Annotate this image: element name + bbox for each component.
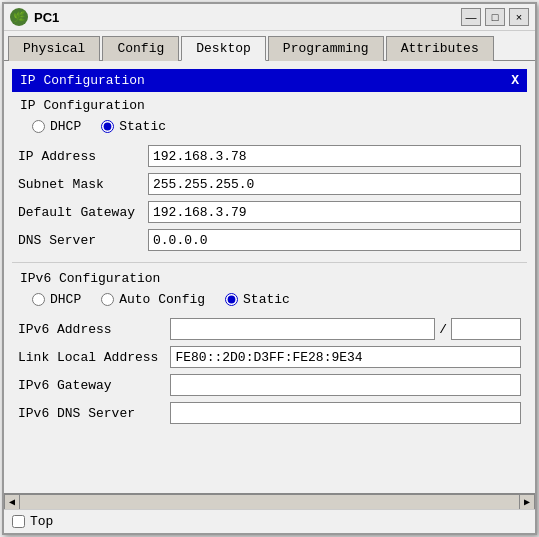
table-row: IPv6 DNS Server [12,399,527,427]
table-row: IP Address [12,142,527,170]
ipv6-dhcp-label: DHCP [50,292,81,307]
table-row: IPv6 Address / [12,315,527,343]
dhcp-label: DHCP [50,119,81,134]
app-icon: 🌿 [10,8,28,26]
ipv6-static-radio[interactable] [225,293,238,306]
ipv6-address-row: / [170,318,521,340]
ipv6-config-sub-label: IPv6 Configuration [20,271,527,286]
ipv6-auto-radio[interactable] [101,293,114,306]
bottom-bar: Top [4,509,535,533]
tab-desktop[interactable]: Desktop [181,36,266,61]
table-row: Subnet Mask [12,170,527,198]
ipv6-auto-radio-option[interactable]: Auto Config [101,292,205,307]
ip-fields-table: IP Address Subnet Mask Default Gateway D… [12,142,527,254]
ip-config-header-bar: IP Configuration X [12,69,527,92]
ipv6-dhcp-radio[interactable] [32,293,45,306]
ipv6-auto-label: Auto Config [119,292,205,307]
maximize-button[interactable]: □ [485,8,505,26]
ip-config-close-button[interactable]: X [511,73,519,88]
ipv6-prefix-input[interactable] [451,318,521,340]
ipv6-slash: / [439,322,447,337]
default-gateway-label: Default Gateway [12,198,142,226]
ipv6-static-radio-option[interactable]: Static [225,292,290,307]
subnet-mask-label: Subnet Mask [12,170,142,198]
scroll-right-button[interactable]: ▶ [519,494,535,510]
section-divider [12,262,527,263]
table-row: IPv6 Gateway [12,371,527,399]
subnet-mask-input[interactable] [148,173,521,195]
dhcp-radio[interactable] [32,120,45,133]
table-row: DNS Server [12,226,527,254]
tab-programming[interactable]: Programming [268,36,384,61]
static-label: Static [119,119,166,134]
ipv6-static-label: Static [243,292,290,307]
tab-config[interactable]: Config [102,36,179,61]
ipv6-dhcp-radio-option[interactable]: DHCP [32,292,81,307]
scroll-left-button[interactable]: ◀ [4,494,20,510]
title-bar: 🌿 PC1 — □ × [4,4,535,31]
close-button[interactable]: × [509,8,529,26]
minimize-button[interactable]: — [461,8,481,26]
horizontal-scrollbar[interactable]: ◀ ▶ [4,493,535,509]
ipv6-gateway-label: IPv6 Gateway [12,371,164,399]
table-row: Link Local Address [12,343,527,371]
static-radio-option[interactable]: Static [101,119,166,134]
window-title: PC1 [34,10,461,25]
tab-attributes[interactable]: Attributes [386,36,494,61]
link-local-input[interactable] [170,346,521,368]
ip-address-input[interactable] [148,145,521,167]
scroll-track[interactable] [20,494,519,510]
link-local-label: Link Local Address [12,343,164,371]
ip-config-sub-label: IP Configuration [20,98,527,113]
ipv6-gateway-input[interactable] [170,374,521,396]
top-checkbox-wrap[interactable]: Top [12,514,53,529]
tab-bar: Physical Config Desktop Programming Attr… [4,31,535,61]
ipv6-address-input[interactable] [170,318,435,340]
default-gateway-input[interactable] [148,201,521,223]
ip-config-title: IP Configuration [20,73,145,88]
main-window: 🌿 PC1 — □ × Physical Config Desktop Prog… [2,2,537,535]
ip-mode-radio-group: DHCP Static [32,119,527,134]
dhcp-radio-option[interactable]: DHCP [32,119,81,134]
main-content: IP Configuration X IP Configuration DHCP… [4,61,535,533]
ip-address-label: IP Address [12,142,142,170]
ipv6-fields-table: IPv6 Address / Link Local Address IPv6 G… [12,315,527,427]
ipv6-dns-input[interactable] [170,402,521,424]
ipv6-dns-label: IPv6 DNS Server [12,399,164,427]
top-label: Top [30,514,53,529]
dns-server-input[interactable] [148,229,521,251]
top-checkbox[interactable] [12,515,25,528]
ipv6-mode-radio-group: DHCP Auto Config Static [32,292,527,307]
window-controls: — □ × [461,8,529,26]
tab-physical[interactable]: Physical [8,36,100,61]
static-radio[interactable] [101,120,114,133]
scrollable-area[interactable]: IP Configuration X IP Configuration DHCP… [4,61,535,493]
dns-server-label: DNS Server [12,226,142,254]
ipv6-address-label: IPv6 Address [12,315,164,343]
table-row: Default Gateway [12,198,527,226]
